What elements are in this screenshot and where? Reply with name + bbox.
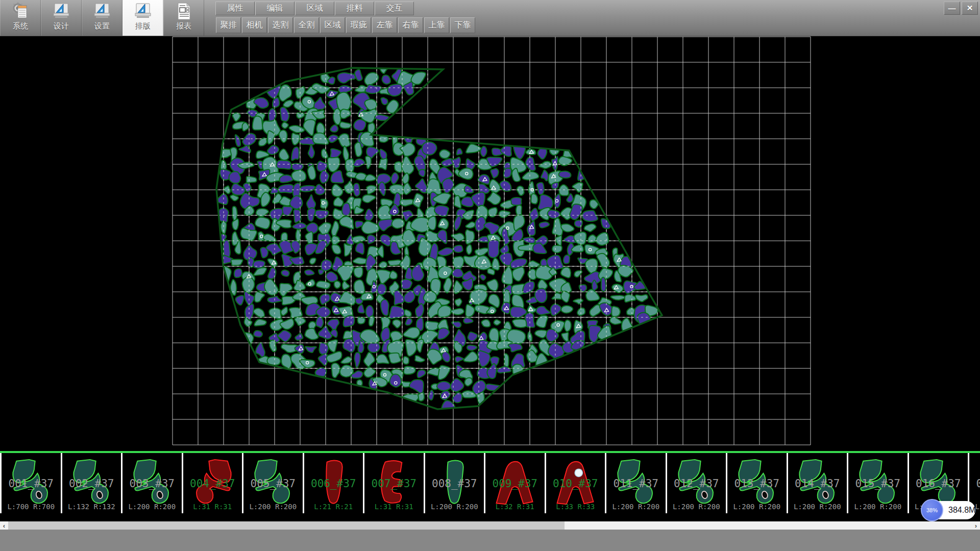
thumbnail-piece-002_#37[interactable]: 002_#37L:132 R:132 <box>62 453 123 513</box>
piece-shape-icon <box>128 454 177 511</box>
nesting-button-label: 排版 <box>135 21 151 31</box>
design-button[interactable]: 设计 <box>41 0 82 36</box>
piece-shape-icon <box>67 454 116 511</box>
piece-shape-icon <box>974 454 980 511</box>
close-button[interactable]: ✕ <box>962 2 978 15</box>
menu-tab-1[interactable]: 属性 <box>215 2 255 15</box>
report-button-label: 报表 <box>176 21 191 31</box>
tool-button-8[interactable]: 右靠 <box>398 17 423 33</box>
thumbnail-piece-008_#37[interactable]: 008_#37L:200 R:200 <box>425 453 486 513</box>
settings-ruler-icon <box>92 2 112 20</box>
piece-shape-icon <box>551 454 600 511</box>
thumbnail-piece-007_#37[interactable]: 007_#37L:31 R:31 <box>364 453 425 513</box>
gear-notebook-icon <box>11 2 30 20</box>
settings-button-label: 设置 <box>94 21 110 31</box>
thumbnail-piece-009_#37[interactable]: 009_#37L:32 R:31 <box>485 453 546 513</box>
menu-tab-2[interactable]: 编辑 <box>255 2 295 15</box>
system-button-label: 系统 <box>13 21 28 31</box>
thumbnail-piece-015_#37[interactable]: 015_#37L:200 R:200 <box>848 453 909 513</box>
tool-button-6[interactable]: 瑕疵 <box>346 17 371 33</box>
pieces-thumbnail-bar: 001_#37L:700 R:700002_#37L:132 R:132003_… <box>0 453 980 513</box>
report-button[interactable]: 报表 <box>163 0 204 36</box>
minimize-button[interactable]: — <box>944 2 960 15</box>
status-bar <box>0 530 980 551</box>
ribbon-toolbar: 系统 设计 设置 <box>0 0 980 36</box>
tool-button-2[interactable]: 相机 <box>242 17 267 33</box>
thumbnail-piece-003_#37[interactable]: 003_#37L:200 R:200 <box>122 453 183 513</box>
main-mode-buttons: 系统 设计 设置 <box>0 0 204 36</box>
menu-tab-4[interactable]: 排料 <box>335 2 374 15</box>
tool-button-7[interactable]: 左靠 <box>372 17 397 33</box>
system-button[interactable]: 系统 <box>0 0 41 36</box>
nesting-button[interactable]: 排版 <box>122 0 163 36</box>
nesting-canvas[interactable] <box>0 36 980 451</box>
design-button-label: 设计 <box>54 21 69 31</box>
thumbnail-piece-001_#37[interactable]: 001_#37L:700 R:700 <box>2 453 62 513</box>
piece-shape-icon <box>672 454 721 511</box>
thumbnail-piece-010_#37[interactable]: 010_#37L:33 R:33 <box>546 453 607 513</box>
piece-shape-icon <box>611 454 660 511</box>
piece-shape-icon <box>309 454 358 511</box>
piece-shape-icon <box>732 454 781 511</box>
nesting-app-window: 系统 设计 设置 <box>0 0 980 551</box>
horizontal-scrollbar[interactable]: ‹ › <box>0 521 980 530</box>
thumbnail-piece-005_#37[interactable]: 005_#37L:200 R:200 <box>243 453 304 513</box>
memory-percent-indicator: 38% <box>921 499 943 521</box>
thumbnail-piece-012_#37[interactable]: 012_#37L:200 R:200 <box>667 453 728 513</box>
piece-shape-icon <box>430 454 479 511</box>
thumbnail-piece-006_#37[interactable]: 006_#37L:21 R:21 <box>304 453 365 513</box>
report-doc-icon <box>174 2 193 20</box>
memory-usage-badge[interactable]: 38% 384.8M <box>922 501 975 519</box>
piece-shape-icon <box>491 454 540 511</box>
memory-percent-label: 38% <box>926 507 938 513</box>
tool-button-5[interactable]: 区域 <box>320 17 345 33</box>
tool-button-10[interactable]: 下靠 <box>450 17 475 33</box>
piece-shape-icon <box>370 454 419 511</box>
design-ruler-icon <box>52 2 71 20</box>
thumbnail-piece-011_#37[interactable]: 011_#37L:200 R:200 <box>606 453 667 513</box>
menu-tab-3[interactable]: 区域 <box>295 2 334 15</box>
menu-tab-5[interactable]: 交互 <box>375 2 414 15</box>
piece-shape-icon <box>7 454 56 511</box>
scroll-left-arrow-icon[interactable]: ‹ <box>0 521 8 530</box>
window-controls: — ✕ <box>944 2 978 15</box>
tool-button-3[interactable]: 选割 <box>268 17 293 33</box>
piece-shape-icon <box>853 454 902 511</box>
scroll-right-arrow-icon[interactable]: › <box>972 521 980 530</box>
memory-size-label: 384.8M <box>948 506 975 515</box>
canvas-svg <box>0 36 980 451</box>
piece-shape-icon <box>793 454 842 511</box>
thumbnail-piece-014_#37[interactable]: 014_#37L:200 R:200 <box>788 453 849 513</box>
thumbnail-piece-013_#37[interactable]: 013_#37L:200 R:200 <box>727 453 788 513</box>
settings-button[interactable]: 设置 <box>82 0 122 36</box>
tool-button-row: 聚排相机选割全割区域瑕疵左靠右靠上靠下靠 <box>216 17 476 33</box>
thumbnail-piece-004_#37[interactable]: 004_#37L:31 R:31 <box>183 453 244 513</box>
tool-button-4[interactable]: 全割 <box>294 17 319 33</box>
scrollbar-thumb[interactable] <box>8 521 565 530</box>
tool-button-9[interactable]: 上靠 <box>424 17 449 33</box>
piece-shape-icon <box>249 454 298 511</box>
piece-shape-icon <box>188 454 237 511</box>
tool-button-1[interactable]: 聚排 <box>216 17 241 33</box>
nesting-ruler-icon <box>133 2 153 20</box>
menu-tab-row: 属性编辑区域排料交互 <box>215 2 414 15</box>
